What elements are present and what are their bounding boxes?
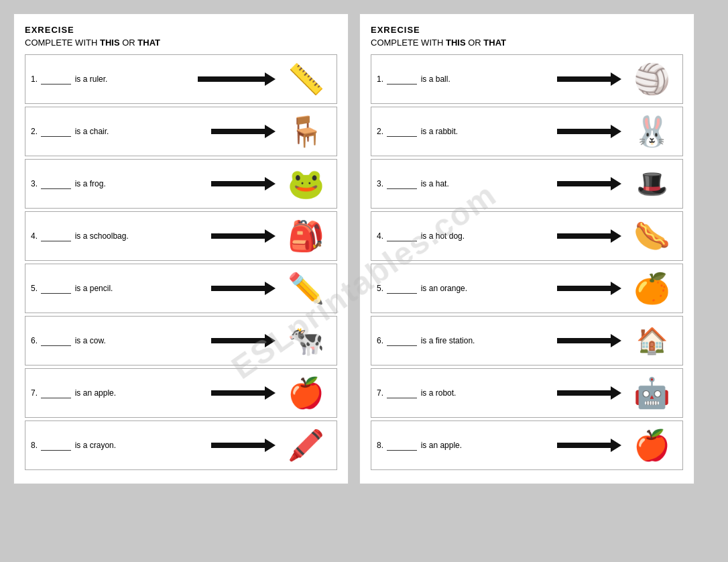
left-row-1-image: 📏 bbox=[281, 59, 331, 99]
left-worksheet: EXRECISE COMPLETE WITH THIS OR THAT 1. i… bbox=[13, 13, 349, 484]
left-row-7-arrow bbox=[118, 386, 281, 400]
right-row-4-arrow bbox=[465, 229, 627, 243]
right-row-2: 2. is a rabbit. 🐰 bbox=[371, 107, 683, 156]
left-row-3-arrow bbox=[118, 177, 281, 190]
right-row-2-image: 🐰 bbox=[627, 111, 677, 152]
right-row-5-arrow bbox=[467, 282, 627, 295]
left-row-1-arrow bbox=[118, 72, 281, 86]
right-row-6: 6. is a fire station. 🏠 bbox=[371, 316, 683, 366]
right-row-4-image: 🌭 bbox=[627, 216, 677, 256]
left-row-8-text: 8. is a crayon. bbox=[31, 441, 118, 451]
left-row-6-arrow bbox=[118, 334, 281, 347]
left-row-1-text: 1. is a ruler. bbox=[31, 74, 118, 85]
right-bold1: THIS bbox=[446, 38, 466, 48]
left-row-4-image: 🎒 bbox=[281, 216, 331, 256]
page-container: EXRECISE COMPLETE WITH THIS OR THAT 1. i… bbox=[13, 13, 715, 484]
right-row-4: 4. is a hot dog. 🌭 bbox=[371, 211, 683, 261]
left-row-8: 8. is a crayon. 🖍️ bbox=[25, 420, 337, 470]
right-worksheet: EXRECISE COMPLETE WITH THIS OR THAT 1. i… bbox=[359, 13, 694, 484]
left-bold2: THAT bbox=[137, 38, 160, 48]
left-row-7-text: 7. is an apple. bbox=[31, 388, 118, 398]
right-row-3-arrow bbox=[464, 177, 627, 190]
left-row-2: 2. is a chair. 🪑 bbox=[25, 107, 337, 156]
right-title: EXRECISE bbox=[371, 25, 683, 35]
right-row-1-arrow bbox=[464, 72, 627, 86]
left-row-5-image: ✏️ bbox=[281, 268, 331, 308]
right-row-6-image: 🏠 bbox=[627, 321, 677, 361]
right-row-6-arrow bbox=[475, 334, 627, 347]
right-row-4-text: 4. is a hot dog. bbox=[377, 231, 465, 241]
left-row-5-arrow bbox=[118, 282, 281, 295]
right-row-3-image: 🎩 bbox=[627, 164, 677, 204]
left-instruction-prefix: COMPLETE WITH bbox=[25, 38, 100, 48]
right-row-7-arrow bbox=[464, 386, 627, 400]
left-row-8-image: 🖍️ bbox=[281, 425, 331, 465]
right-row-8: 8. is an apple. 🍎 bbox=[371, 420, 683, 470]
left-bold1: THIS bbox=[100, 38, 120, 48]
right-row-1-image: 🏐 bbox=[627, 59, 677, 99]
left-row-2-text: 2. is a chair. bbox=[31, 127, 118, 137]
left-row-7: 7. is an apple. 🍎 bbox=[25, 368, 337, 418]
right-instruction-prefix: COMPLETE WITH bbox=[371, 38, 446, 48]
right-row-7-text: 7. is a robot. bbox=[377, 388, 464, 398]
right-row-8-text: 8. is an apple. bbox=[377, 441, 464, 451]
right-bold2: THAT bbox=[483, 38, 506, 48]
left-instruction-middle: OR bbox=[120, 38, 138, 48]
left-row-2-image: 🪑 bbox=[281, 111, 331, 152]
right-row-3-text: 3. is a hat. bbox=[377, 179, 464, 189]
right-row-8-arrow bbox=[464, 439, 627, 452]
left-row-4: 4. is a schoolbag. 🎒 bbox=[25, 211, 337, 261]
left-row-6-image: 🐄 bbox=[281, 321, 331, 361]
left-row-6: 6. is a cow. 🐄 bbox=[25, 316, 337, 366]
left-row-3: 3. is a frog. 🐸 bbox=[25, 159, 337, 209]
left-instruction: COMPLETE WITH THIS OR THAT bbox=[25, 38, 337, 48]
left-row-4-arrow bbox=[129, 229, 281, 243]
right-row-6-text: 6. is a fire station. bbox=[377, 336, 475, 346]
left-row-6-text: 6. is a cow. bbox=[31, 336, 118, 346]
right-row-8-image: 🍎 bbox=[627, 425, 677, 465]
right-instruction: COMPLETE WITH THIS OR THAT bbox=[371, 38, 683, 48]
right-row-2-text: 2. is a rabbit. bbox=[377, 127, 464, 137]
right-row-5-text: 5. is an orange. bbox=[377, 284, 467, 294]
right-row-7: 7. is a robot. 🤖 bbox=[371, 368, 683, 418]
left-row-7-image: 🍎 bbox=[281, 373, 331, 413]
left-title: EXRECISE bbox=[25, 25, 337, 35]
right-row-5-image: 🍊 bbox=[627, 268, 677, 308]
right-row-1-text: 1. is a ball. bbox=[377, 74, 464, 85]
right-row-7-image: 🤖 bbox=[627, 373, 677, 413]
right-row-1: 1. is a ball. 🏐 bbox=[371, 54, 683, 104]
left-row-8-arrow bbox=[118, 439, 281, 452]
left-row-4-text: 4. is a schoolbag. bbox=[31, 231, 129, 241]
left-row-5-text: 5. is a pencil. bbox=[31, 284, 118, 294]
right-row-3: 3. is a hat. 🎩 bbox=[371, 159, 683, 209]
left-row-2-arrow bbox=[118, 125, 281, 138]
right-instruction-middle: OR bbox=[466, 38, 484, 48]
left-row-5: 5. is a pencil. ✏️ bbox=[25, 264, 337, 313]
left-row-1: 1. is a ruler. 📏 bbox=[25, 54, 337, 104]
right-row-2-arrow bbox=[464, 125, 627, 138]
left-row-3-text: 3. is a frog. bbox=[31, 179, 118, 189]
right-row-5: 5. is an orange. 🍊 bbox=[371, 264, 683, 313]
left-row-3-image: 🐸 bbox=[281, 164, 331, 204]
